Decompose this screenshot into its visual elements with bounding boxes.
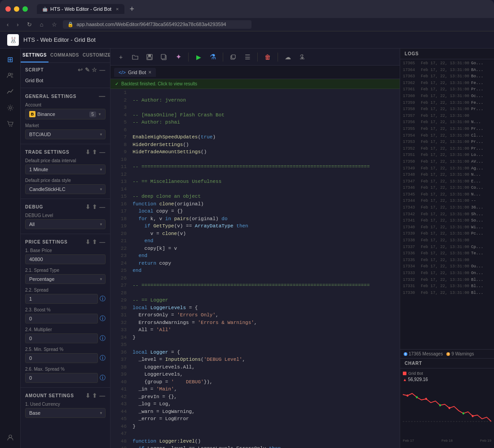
open-button[interactable]	[129, 51, 141, 63]
sidebar-item-profile[interactable]	[3, 430, 18, 444]
editor-tab-gridbot[interactable]: </> Grid Bot ×	[114, 68, 156, 77]
duplicate-button[interactable]	[227, 51, 239, 63]
delete-button[interactable]: 🗑	[262, 51, 273, 63]
max-spread-info-icon[interactable]: ⓘ	[100, 374, 106, 382]
log-num: 17357	[403, 113, 419, 119]
multiplier-info-icon[interactable]: ⓘ	[100, 334, 106, 342]
new-tab-button[interactable]: +	[127, 4, 137, 14]
status-message: Backtest finished. Click to view results	[121, 81, 197, 86]
debug-upload-icon[interactable]: ⬆	[92, 204, 97, 210]
market-select[interactable]: BTC/AUD	[25, 129, 106, 139]
tab-settings[interactable]: SETTINGS	[21, 49, 49, 62]
spread-type-select[interactable]: Percentage	[25, 274, 106, 284]
sidebar-item-chart[interactable]	[3, 84, 18, 99]
collapse-icon[interactable]: —	[99, 149, 106, 155]
log-text: N...	[471, 120, 481, 125]
tab-commands[interactable]: COMMANDS	[49, 49, 81, 62]
log-entry: 17365 Feb 17, 22, 13:31:00 Go...	[400, 60, 494, 67]
sidebar-item-users[interactable]	[3, 68, 18, 83]
log-num: 17365	[403, 61, 419, 67]
refresh-button[interactable]: ↻	[25, 20, 34, 29]
debug-collapse-icon[interactable]: —	[99, 204, 106, 210]
ps-collapse-icon[interactable]: —	[99, 239, 106, 245]
amt-collapse-icon[interactable]: —	[99, 392, 106, 399]
add-button[interactable]: +	[115, 51, 127, 63]
log-text: 36...	[471, 205, 483, 211]
log-time: Feb 17, 22, 13:31:00	[421, 284, 469, 289]
log-entry: 17355 Feb 17, 22, 13:31:00 Pr...	[400, 126, 494, 133]
base-price-input[interactable]	[25, 254, 106, 264]
run-button[interactable]: ▶	[193, 51, 204, 63]
sidebar-item-settings[interactable]	[3, 101, 18, 115]
min-spread-info-icon[interactable]: ⓘ	[100, 354, 106, 362]
cloud-upload-button[interactable]: ☁	[282, 51, 294, 63]
active-tab[interactable]: 🤖 HTS - Web Editor - Grid Bot ×	[37, 4, 124, 14]
close-button[interactable]	[5, 6, 11, 12]
ps-upload-icon[interactable]: ⬆	[92, 239, 97, 245]
test-button[interactable]: ⚗	[207, 51, 219, 63]
back-button[interactable]: ‹	[4, 20, 11, 29]
log-entry: 17360 Feb 17, 22, 13:31:00 Oc...	[400, 93, 494, 100]
code-row: 30 local LoggerLevels = {	[110, 304, 400, 312]
maximize-button[interactable]	[22, 6, 28, 12]
debug-button[interactable]: ✦	[172, 51, 184, 63]
upload-icon[interactable]: ⬆	[92, 149, 97, 155]
log-entry: 17346 Feb 17, 22, 13:31:00 Co...	[400, 185, 494, 191]
log-entry: 17343 Feb 17, 22, 13:31:00 36...	[400, 204, 494, 211]
amt-upload-icon[interactable]: ⬆	[92, 392, 97, 399]
logs-list[interactable]: 17365 Feb 17, 22, 13:31:00 Go... 17364 F…	[400, 59, 494, 349]
trade-settings-header: TRADE SETTINGS ⬇ ⬆ —	[21, 145, 110, 158]
cloud-download-button[interactable]	[296, 51, 308, 63]
log-time: Feb 17, 22, 13:31:00	[421, 159, 469, 165]
tab-customize[interactable]: CUSTOMIZE	[81, 49, 110, 62]
log-text: Bo...	[471, 74, 483, 80]
general-settings-collapse[interactable]: —	[99, 93, 106, 100]
sidebar-item-cart[interactable]	[3, 117, 18, 131]
star-icon[interactable]: ☆	[92, 67, 97, 73]
save-button[interactable]	[144, 51, 155, 63]
log-entry: 17358 Feb 17, 22, 13:31:00 Pr...	[400, 106, 494, 113]
bookmark-button[interactable]: ☆	[49, 20, 59, 29]
edit-icon[interactable]: ✎	[85, 67, 90, 73]
log-time: Feb 17, 22, 13:31:00	[421, 198, 469, 204]
min-spread-input[interactable]	[25, 353, 98, 363]
chart-axis-right: Feb 19	[480, 439, 491, 443]
list-button[interactable]: ☰	[242, 51, 253, 63]
chart-canvas	[403, 384, 491, 438]
forward-button[interactable]: ›	[14, 20, 21, 29]
price-interval-select[interactable]: 1 Minute	[25, 164, 106, 174]
amt-download-icon[interactable]: ⬇	[85, 392, 91, 399]
home-button[interactable]: ⌂	[38, 20, 46, 29]
status-bar[interactable]: ✓ Backtest finished. Click to view resul…	[110, 79, 400, 89]
url-input[interactable]: 🔒 app.haasbot.com/WebEditor/964f73bca565…	[63, 20, 251, 29]
spread-info-icon[interactable]: ⓘ	[100, 295, 106, 303]
log-num: 17334	[403, 264, 419, 270]
boost-info-icon[interactable]: ⓘ	[100, 315, 106, 323]
sidebar-item-grid[interactable]: ⊞	[3, 52, 18, 67]
currency-select[interactable]: Base	[25, 408, 106, 418]
code-editor[interactable]: 1 2 -- Author: jvernon 3 4 -- [HaasOnlin…	[110, 89, 400, 448]
code-row: 12	[110, 171, 400, 178]
boost-input[interactable]	[25, 314, 98, 324]
price-style-select[interactable]: CandleStickHLC	[25, 184, 106, 194]
more-icon[interactable]: —	[99, 67, 106, 73]
ps-download-icon[interactable]: ⬇	[85, 239, 91, 245]
spread-input[interactable]	[25, 294, 98, 304]
code-row: 31 ErrorsOnly = 'Errors Only',	[110, 311, 400, 319]
svg-point-2	[9, 107, 11, 109]
account-input[interactable]: B Binance 5 ▼	[25, 109, 106, 120]
undo-icon[interactable]: ↩	[78, 67, 83, 73]
debug-level-select[interactable]: All	[25, 219, 106, 229]
log-time: Feb 17, 22, 13:31:00	[421, 257, 469, 263]
debug-download-icon[interactable]: ⬇	[85, 204, 91, 210]
minimize-button[interactable]	[14, 6, 19, 12]
download-icon[interactable]: ⬇	[85, 149, 91, 155]
multiplier-input[interactable]	[25, 333, 98, 343]
tab-close-icon[interactable]: ×	[116, 6, 119, 12]
tab-close-button[interactable]: ×	[148, 70, 151, 75]
traffic-lights	[5, 6, 28, 12]
copy-button[interactable]	[158, 51, 170, 63]
max-spread-input[interactable]	[25, 373, 98, 383]
log-num: 17338	[403, 238, 419, 244]
currency-label: 1. Used Currency	[25, 402, 106, 407]
